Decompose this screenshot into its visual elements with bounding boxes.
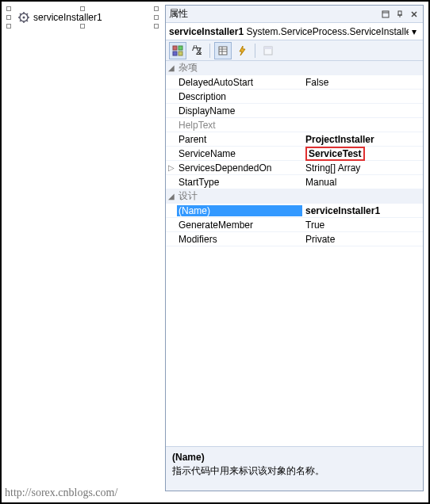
- property-pages-button[interactable]: [259, 42, 277, 59]
- svg-line-7: [27, 21, 29, 22]
- panel-titlebar[interactable]: 属性: [166, 6, 423, 23]
- category-label: 杂项: [177, 61, 423, 74]
- property-name[interactable]: GenerateMember: [177, 220, 302, 231]
- property-row[interactable]: DisplayName: [166, 104, 423, 118]
- property-value[interactable]: String[] Array: [302, 162, 423, 174]
- property-row[interactable]: ServiceNameServiceTest: [166, 147, 423, 161]
- svg-rect-12: [398, 11, 401, 15]
- description-text: 指示代码中用来标识该对象的名称。: [172, 464, 417, 478]
- collapse-icon[interactable]: ◢: [166, 63, 177, 72]
- svg-line-9: [27, 13, 29, 15]
- svg-line-6: [20, 13, 21, 15]
- property-value[interactable]: ProjectInstaller: [302, 134, 423, 145]
- property-value[interactable]: Manual: [302, 177, 423, 188]
- svg-point-1: [23, 17, 25, 19]
- property-value[interactable]: False: [302, 77, 423, 88]
- category-label: 设计: [177, 189, 423, 203]
- svg-rect-28: [264, 47, 272, 49]
- events-button[interactable]: [233, 42, 251, 59]
- close-icon[interactable]: [409, 10, 420, 19]
- svg-text:Z: Z: [196, 46, 202, 56]
- property-name[interactable]: ServiceName: [177, 148, 302, 159]
- designer-selection[interactable]: serviceInstaller1: [6, 6, 159, 29]
- property-row[interactable]: Description: [166, 90, 423, 104]
- svg-rect-18: [179, 46, 182, 50]
- property-name[interactable]: StartType: [177, 177, 302, 188]
- svg-rect-10: [382, 11, 389, 17]
- property-value[interactable]: ServiceTest: [302, 147, 423, 161]
- svg-line-8: [20, 21, 21, 22]
- property-name[interactable]: Description: [177, 91, 302, 102]
- resize-handle[interactable]: [154, 24, 159, 29]
- properties-panel: 属性 serviceInstaller1 System.ServiceProce…: [165, 5, 424, 491]
- property-row[interactable]: DelayedAutoStartFalse: [166, 75, 423, 90]
- property-row[interactable]: GenerateMemberTrue: [166, 218, 423, 232]
- property-value[interactable]: Private: [302, 234, 423, 245]
- properties-button[interactable]: [214, 42, 232, 59]
- property-name[interactable]: ServicesDependedOn: [177, 162, 302, 174]
- description-pane: (Name) 指示代码中用来标识该对象的名称。: [166, 446, 423, 491]
- property-row[interactable]: StartTypeManual: [166, 175, 423, 189]
- property-name[interactable]: DisplayName: [177, 105, 302, 116]
- category-row[interactable]: ◢设计: [166, 189, 423, 204]
- window-position-icon[interactable]: [380, 10, 391, 19]
- pin-icon[interactable]: [394, 10, 405, 19]
- toolbar-separator: [209, 44, 210, 58]
- collapse-icon[interactable]: ◢: [166, 192, 177, 200]
- properties-toolbar: AZ: [166, 40, 423, 61]
- property-row[interactable]: (Name)serviceInstaller1: [166, 204, 423, 218]
- object-name: serviceInstaller1: [169, 26, 244, 37]
- watermark-text: http://sorex.cnblogs.com/: [5, 487, 117, 499]
- dropdown-icon[interactable]: ▾: [409, 26, 420, 37]
- svg-rect-20: [179, 52, 182, 55]
- component-label: serviceInstaller1: [33, 12, 102, 23]
- property-name[interactable]: HelpText: [177, 120, 302, 131]
- property-value[interactable]: True: [302, 220, 423, 231]
- category-row[interactable]: ◢杂项: [166, 61, 423, 75]
- resize-handle[interactable]: [6, 24, 11, 29]
- svg-rect-23: [219, 47, 227, 55]
- property-row[interactable]: HelpText: [166, 118, 423, 132]
- property-value[interactable]: serviceInstaller1: [302, 205, 423, 216]
- resize-handle[interactable]: [80, 24, 85, 29]
- resize-handle[interactable]: [6, 15, 11, 20]
- categorized-button[interactable]: [169, 42, 186, 59]
- property-name[interactable]: DelayedAutoStart: [177, 77, 302, 88]
- object-type: System.ServiceProcess.ServiceInstaller: [246, 26, 409, 37]
- resize-handle[interactable]: [154, 15, 159, 20]
- resize-handle[interactable]: [6, 6, 11, 11]
- svg-rect-17: [173, 46, 177, 50]
- svg-rect-19: [173, 52, 177, 55]
- property-name[interactable]: Parent: [177, 134, 302, 145]
- property-row[interactable]: ParentProjectInstaller: [166, 132, 423, 147]
- object-selector[interactable]: serviceInstaller1 System.ServiceProcess.…: [166, 23, 423, 40]
- property-name[interactable]: Modifiers: [177, 234, 302, 245]
- property-grid[interactable]: ◢杂项DelayedAutoStartFalseDescriptionDispl…: [166, 61, 423, 446]
- toolbar-separator: [255, 44, 255, 58]
- component-item[interactable]: serviceInstaller1: [17, 11, 102, 24]
- panel-title: 属性: [169, 7, 377, 21]
- alphabetical-button[interactable]: AZ: [188, 42, 205, 59]
- gear-icon: [17, 11, 30, 24]
- property-row[interactable]: ▷ServicesDependedOnString[] Array: [166, 161, 423, 175]
- property-row[interactable]: ModifiersPrivate: [166, 232, 423, 246]
- description-name: (Name): [172, 452, 417, 463]
- property-name[interactable]: (Name): [177, 205, 302, 216]
- resize-handle[interactable]: [154, 6, 159, 11]
- expand-icon[interactable]: ▷: [166, 163, 177, 172]
